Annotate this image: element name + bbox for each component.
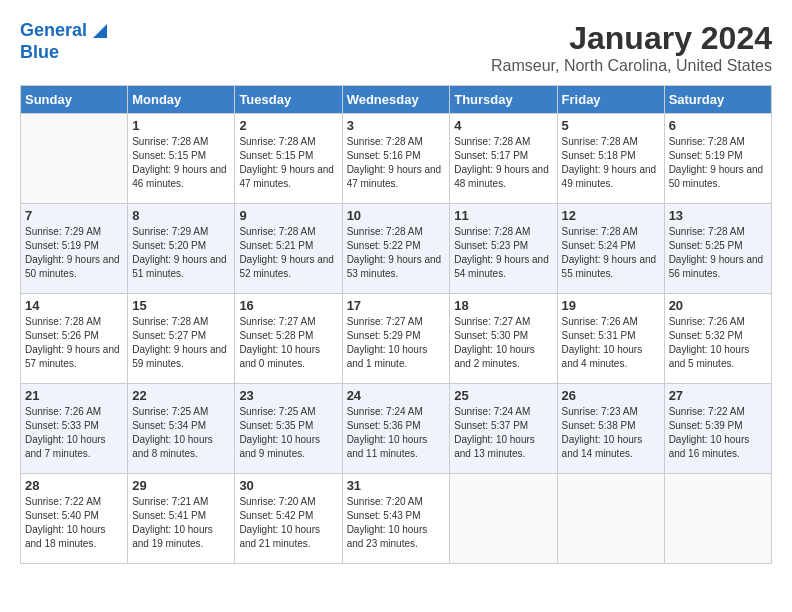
- day-info: Sunrise: 7:28 AMSunset: 5:23 PMDaylight:…: [454, 225, 552, 281]
- table-row: 7Sunrise: 7:29 AMSunset: 5:19 PMDaylight…: [21, 204, 128, 294]
- day-info: Sunrise: 7:24 AMSunset: 5:36 PMDaylight:…: [347, 405, 446, 461]
- day-info: Sunrise: 7:26 AMSunset: 5:33 PMDaylight:…: [25, 405, 123, 461]
- logo-text-general: General: [20, 20, 87, 42]
- day-number: 2: [239, 118, 337, 133]
- calendar-table: Sunday Monday Tuesday Wednesday Thursday…: [20, 85, 772, 564]
- day-info: Sunrise: 7:21 AMSunset: 5:41 PMDaylight:…: [132, 495, 230, 551]
- day-number: 15: [132, 298, 230, 313]
- calendar-header-row: Sunday Monday Tuesday Wednesday Thursday…: [21, 86, 772, 114]
- day-info: Sunrise: 7:28 AMSunset: 5:15 PMDaylight:…: [239, 135, 337, 191]
- col-monday: Monday: [128, 86, 235, 114]
- table-row: 20Sunrise: 7:26 AMSunset: 5:32 PMDayligh…: [664, 294, 771, 384]
- table-row: 5Sunrise: 7:28 AMSunset: 5:18 PMDaylight…: [557, 114, 664, 204]
- table-row: 1Sunrise: 7:28 AMSunset: 5:15 PMDaylight…: [128, 114, 235, 204]
- title-section: January 2024 Ramseur, North Carolina, Un…: [491, 20, 772, 75]
- day-number: 13: [669, 208, 767, 223]
- day-info: Sunrise: 7:25 AMSunset: 5:35 PMDaylight:…: [239, 405, 337, 461]
- page-header: General Blue January 2024 Ramseur, North…: [20, 20, 772, 75]
- table-row: [557, 474, 664, 564]
- day-number: 7: [25, 208, 123, 223]
- table-row: [664, 474, 771, 564]
- col-friday: Friday: [557, 86, 664, 114]
- table-row: 17Sunrise: 7:27 AMSunset: 5:29 PMDayligh…: [342, 294, 450, 384]
- table-row: 16Sunrise: 7:27 AMSunset: 5:28 PMDayligh…: [235, 294, 342, 384]
- table-row: 19Sunrise: 7:26 AMSunset: 5:31 PMDayligh…: [557, 294, 664, 384]
- day-info: Sunrise: 7:29 AMSunset: 5:20 PMDaylight:…: [132, 225, 230, 281]
- col-wednesday: Wednesday: [342, 86, 450, 114]
- table-row: 21Sunrise: 7:26 AMSunset: 5:33 PMDayligh…: [21, 384, 128, 474]
- col-sunday: Sunday: [21, 86, 128, 114]
- table-row: 6Sunrise: 7:28 AMSunset: 5:19 PMDaylight…: [664, 114, 771, 204]
- calendar-title: January 2024: [491, 20, 772, 57]
- day-info: Sunrise: 7:25 AMSunset: 5:34 PMDaylight:…: [132, 405, 230, 461]
- day-number: 1: [132, 118, 230, 133]
- calendar-week-row: 7Sunrise: 7:29 AMSunset: 5:19 PMDaylight…: [21, 204, 772, 294]
- day-info: Sunrise: 7:27 AMSunset: 5:30 PMDaylight:…: [454, 315, 552, 371]
- day-info: Sunrise: 7:28 AMSunset: 5:22 PMDaylight:…: [347, 225, 446, 281]
- day-info: Sunrise: 7:23 AMSunset: 5:38 PMDaylight:…: [562, 405, 660, 461]
- day-info: Sunrise: 7:29 AMSunset: 5:19 PMDaylight:…: [25, 225, 123, 281]
- calendar-subtitle: Ramseur, North Carolina, United States: [491, 57, 772, 75]
- day-number: 28: [25, 478, 123, 493]
- calendar-week-row: 28Sunrise: 7:22 AMSunset: 5:40 PMDayligh…: [21, 474, 772, 564]
- logo-icon: [89, 20, 111, 42]
- day-info: Sunrise: 7:28 AMSunset: 5:21 PMDaylight:…: [239, 225, 337, 281]
- table-row: 3Sunrise: 7:28 AMSunset: 5:16 PMDaylight…: [342, 114, 450, 204]
- logo-text-blue: Blue: [20, 42, 59, 64]
- day-info: Sunrise: 7:28 AMSunset: 5:27 PMDaylight:…: [132, 315, 230, 371]
- calendar-week-row: 14Sunrise: 7:28 AMSunset: 5:26 PMDayligh…: [21, 294, 772, 384]
- day-info: Sunrise: 7:22 AMSunset: 5:39 PMDaylight:…: [669, 405, 767, 461]
- table-row: 13Sunrise: 7:28 AMSunset: 5:25 PMDayligh…: [664, 204, 771, 294]
- day-number: 17: [347, 298, 446, 313]
- col-saturday: Saturday: [664, 86, 771, 114]
- day-number: 21: [25, 388, 123, 403]
- day-info: Sunrise: 7:20 AMSunset: 5:43 PMDaylight:…: [347, 495, 446, 551]
- day-number: 20: [669, 298, 767, 313]
- day-number: 25: [454, 388, 552, 403]
- day-number: 9: [239, 208, 337, 223]
- table-row: 14Sunrise: 7:28 AMSunset: 5:26 PMDayligh…: [21, 294, 128, 384]
- day-info: Sunrise: 7:27 AMSunset: 5:28 PMDaylight:…: [239, 315, 337, 371]
- logo: General Blue: [20, 20, 111, 64]
- day-number: 31: [347, 478, 446, 493]
- table-row: 12Sunrise: 7:28 AMSunset: 5:24 PMDayligh…: [557, 204, 664, 294]
- day-number: 6: [669, 118, 767, 133]
- day-number: 8: [132, 208, 230, 223]
- table-row: 10Sunrise: 7:28 AMSunset: 5:22 PMDayligh…: [342, 204, 450, 294]
- table-row: 30Sunrise: 7:20 AMSunset: 5:42 PMDayligh…: [235, 474, 342, 564]
- day-info: Sunrise: 7:28 AMSunset: 5:15 PMDaylight:…: [132, 135, 230, 191]
- svg-marker-0: [93, 24, 107, 38]
- day-number: 12: [562, 208, 660, 223]
- day-info: Sunrise: 7:28 AMSunset: 5:16 PMDaylight:…: [347, 135, 446, 191]
- day-info: Sunrise: 7:28 AMSunset: 5:18 PMDaylight:…: [562, 135, 660, 191]
- table-row: 8Sunrise: 7:29 AMSunset: 5:20 PMDaylight…: [128, 204, 235, 294]
- table-row: 11Sunrise: 7:28 AMSunset: 5:23 PMDayligh…: [450, 204, 557, 294]
- col-thursday: Thursday: [450, 86, 557, 114]
- day-number: 23: [239, 388, 337, 403]
- table-row: 26Sunrise: 7:23 AMSunset: 5:38 PMDayligh…: [557, 384, 664, 474]
- day-info: Sunrise: 7:26 AMSunset: 5:31 PMDaylight:…: [562, 315, 660, 371]
- day-number: 27: [669, 388, 767, 403]
- table-row: [21, 114, 128, 204]
- table-row: 25Sunrise: 7:24 AMSunset: 5:37 PMDayligh…: [450, 384, 557, 474]
- day-number: 5: [562, 118, 660, 133]
- table-row: 2Sunrise: 7:28 AMSunset: 5:15 PMDaylight…: [235, 114, 342, 204]
- day-info: Sunrise: 7:28 AMSunset: 5:24 PMDaylight:…: [562, 225, 660, 281]
- day-number: 29: [132, 478, 230, 493]
- day-number: 14: [25, 298, 123, 313]
- day-number: 4: [454, 118, 552, 133]
- day-number: 18: [454, 298, 552, 313]
- table-row: 23Sunrise: 7:25 AMSunset: 5:35 PMDayligh…: [235, 384, 342, 474]
- day-info: Sunrise: 7:22 AMSunset: 5:40 PMDaylight:…: [25, 495, 123, 551]
- day-number: 11: [454, 208, 552, 223]
- col-tuesday: Tuesday: [235, 86, 342, 114]
- table-row: 31Sunrise: 7:20 AMSunset: 5:43 PMDayligh…: [342, 474, 450, 564]
- day-info: Sunrise: 7:26 AMSunset: 5:32 PMDaylight:…: [669, 315, 767, 371]
- day-number: 22: [132, 388, 230, 403]
- table-row: 4Sunrise: 7:28 AMSunset: 5:17 PMDaylight…: [450, 114, 557, 204]
- day-info: Sunrise: 7:24 AMSunset: 5:37 PMDaylight:…: [454, 405, 552, 461]
- day-info: Sunrise: 7:28 AMSunset: 5:19 PMDaylight:…: [669, 135, 767, 191]
- day-info: Sunrise: 7:28 AMSunset: 5:25 PMDaylight:…: [669, 225, 767, 281]
- table-row: 15Sunrise: 7:28 AMSunset: 5:27 PMDayligh…: [128, 294, 235, 384]
- day-number: 10: [347, 208, 446, 223]
